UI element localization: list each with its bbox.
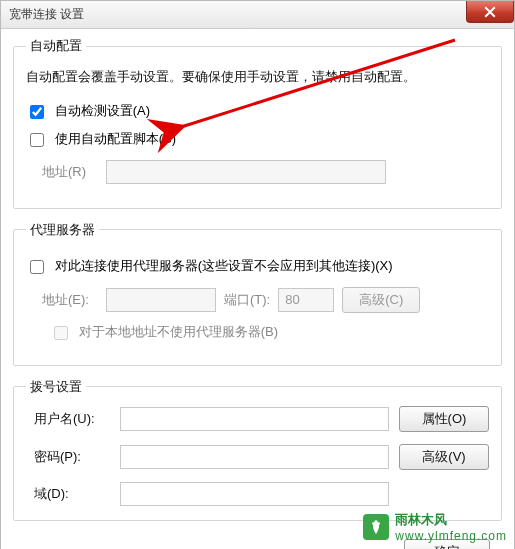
window-title: 宽带连接 设置: [9, 6, 84, 23]
dial-pass-label: 密码(P):: [26, 448, 110, 466]
close-icon: [484, 6, 496, 18]
dialog-content: 自动配置 自动配置会覆盖手动设置。要确保使用手动设置，请禁用自动配置。 自动检测…: [1, 29, 514, 549]
auto-address-label: 地址(R): [26, 163, 98, 181]
proxy-use-checkbox[interactable]: [30, 260, 44, 274]
watermark-url: www.ylmfeng.com: [395, 529, 507, 543]
dial-domain-input[interactable]: [120, 482, 389, 506]
auto-detect-row: 自动检测设置(A): [26, 102, 489, 122]
dial-user-label: 用户名(U):: [26, 410, 110, 428]
proxy-use-row: 对此连接使用代理服务器(这些设置不会应用到其他连接)(X): [26, 257, 489, 277]
proxy-bypass-checkbox[interactable]: [54, 326, 68, 340]
auto-config-legend: 自动配置: [26, 37, 86, 55]
dial-group: 拨号设置 用户名(U): 属性(O) 密码(P): 高级(V) 域(D):: [13, 378, 502, 521]
settings-window: 宽带连接 设置 自动配置 自动配置会覆盖手动设置。要确保使用手动设置，请禁用自动…: [0, 0, 515, 549]
dial-domain-label: 域(D):: [26, 485, 110, 503]
auto-script-label[interactable]: 使用自动配置脚本(S): [55, 131, 176, 146]
svg-point-1: [372, 522, 375, 525]
leaf-icon: [367, 518, 385, 536]
auto-script-checkbox[interactable]: [30, 133, 44, 147]
proxy-port-label: 端口(T):: [224, 291, 270, 309]
dial-grid: 用户名(U): 属性(O) 密码(P): 高级(V) 域(D):: [26, 406, 489, 506]
proxy-bypass-row: 对于本地地址不使用代理服务器(B): [26, 323, 489, 343]
watermark-brand: 雨林木风: [395, 511, 507, 529]
watermark: 雨林木风 www.ylmfeng.com: [363, 511, 507, 543]
auto-address-row: 地址(R): [26, 160, 489, 184]
auto-detect-checkbox[interactable]: [30, 105, 44, 119]
proxy-use-label[interactable]: 对此连接使用代理服务器(这些设置不会应用到其他连接)(X): [55, 258, 393, 273]
auto-config-group: 自动配置 自动配置会覆盖手动设置。要确保使用手动设置，请禁用自动配置。 自动检测…: [13, 37, 502, 209]
proxy-address-input[interactable]: [106, 288, 216, 312]
auto-script-row: 使用自动配置脚本(S): [26, 130, 489, 150]
auto-config-note: 自动配置会覆盖手动设置。要确保使用手动设置，请禁用自动配置。: [26, 67, 489, 88]
titlebar: 宽带连接 设置: [1, 1, 514, 29]
dial-properties-button[interactable]: 属性(O): [399, 406, 489, 432]
auto-address-input[interactable]: [106, 160, 386, 184]
proxy-legend: 代理服务器: [26, 221, 99, 239]
auto-detect-label[interactable]: 自动检测设置(A): [55, 103, 150, 118]
svg-point-2: [378, 522, 381, 525]
proxy-advanced-button[interactable]: 高级(C): [342, 287, 420, 313]
close-button[interactable]: [466, 1, 514, 23]
proxy-address-label: 地址(E):: [26, 291, 98, 309]
watermark-text: 雨林木风 www.ylmfeng.com: [395, 511, 507, 543]
dial-advanced-button[interactable]: 高级(V): [399, 444, 489, 470]
dial-user-input[interactable]: [120, 407, 389, 431]
dial-legend: 拨号设置: [26, 378, 86, 396]
proxy-bypass-label: 对于本地地址不使用代理服务器(B): [79, 324, 278, 339]
dial-pass-input[interactable]: [120, 445, 389, 469]
watermark-icon: [363, 514, 389, 540]
proxy-address-row: 地址(E): 端口(T): 高级(C): [26, 287, 489, 313]
proxy-group: 代理服务器 对此连接使用代理服务器(这些设置不会应用到其他连接)(X) 地址(E…: [13, 221, 502, 366]
proxy-port-input[interactable]: [278, 288, 334, 312]
